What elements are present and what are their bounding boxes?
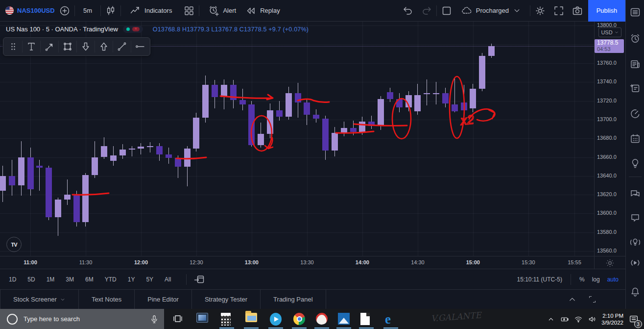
sidebar-notifications-bell-icon[interactable] <box>629 286 641 298</box>
taskbar-search[interactable]: Type here to search <box>0 309 164 329</box>
sidebar-text-notes-icon[interactable] <box>629 82 641 94</box>
tab-strategy-tester[interactable]: Strategy Tester <box>192 290 261 309</box>
candle <box>267 110 273 134</box>
time-axis[interactable]: 11:0011:3012:0012:3013:0013:3014:0014:30… <box>0 256 625 269</box>
taskbar-taskview-button[interactable] <box>167 309 189 329</box>
file-explorer-icon <box>245 313 257 325</box>
candle <box>73 195 80 222</box>
candle <box>313 115 319 119</box>
tray-clock[interactable]: 2:10 PM 3/9/2022 <box>601 312 623 326</box>
clock-utc[interactable]: 15:10:11 (UTC-5) <box>517 276 562 283</box>
divider <box>571 274 571 285</box>
taskbar-chrome-button[interactable] <box>288 309 310 329</box>
taskbar-calculator-button[interactable] <box>216 309 238 329</box>
auto-scale-toggle[interactable]: auto <box>607 276 619 283</box>
undo-icon[interactable] <box>402 5 414 17</box>
sidebar-streams-icon[interactable] <box>629 257 641 269</box>
indicators-button[interactable]: Indicators <box>125 2 176 19</box>
range-6m[interactable]: 6M <box>85 276 94 283</box>
sidebar-ideas-bulb-icon[interactable] <box>629 157 641 169</box>
grid-line <box>0 176 594 177</box>
log-scale-toggle[interactable]: log <box>592 276 600 283</box>
tool-text-tool[interactable] <box>23 38 40 55</box>
tab-text-notes[interactable]: Text Notes <box>79 290 135 309</box>
alert-button[interactable]: Alert <box>203 2 240 19</box>
symbol-button[interactable]: NAS100USD <box>14 2 59 19</box>
toolbar-drag-handle[interactable] <box>4 38 22 55</box>
maximize-panel-icon[interactable] <box>588 295 597 304</box>
floating-drawing-toolbar[interactable] <box>3 37 150 56</box>
percent-scale-toggle[interactable]: % <box>579 276 585 283</box>
layout-icon[interactable] <box>441 5 453 17</box>
sidebar-private-chat-icon[interactable] <box>629 212 641 224</box>
chart-pane[interactable]: x2 US Nas 100 · 5 · OANDA · TradingView … <box>0 22 625 256</box>
active-indicator <box>336 328 351 329</box>
taskbar-photos-button[interactable] <box>333 309 355 329</box>
range-3m[interactable]: 3M <box>66 276 74 283</box>
legend-title[interactable]: US Nas 100 · 5 · OANDA · TradingView <box>6 25 118 33</box>
compare-add-icon[interactable] <box>59 5 71 17</box>
symbol-name: NAS100USD <box>17 7 54 14</box>
range-1m[interactable]: 1M <box>47 276 55 283</box>
range-all[interactable]: All <box>165 276 171 283</box>
sidebar-menu-icon[interactable] <box>629 6 641 18</box>
settings-gear-icon[interactable] <box>534 5 546 17</box>
microphone-icon[interactable] <box>149 314 159 324</box>
tab-pine-editor[interactable]: Pine Editor <box>135 290 192 309</box>
taskbar-file-explorer-button[interactable] <box>240 309 262 329</box>
account-menu[interactable]: Procharged <box>456 2 526 19</box>
snapshot-camera-icon[interactable] <box>572 5 583 17</box>
sun-icon[interactable] <box>605 258 615 268</box>
tool-arrow-tool[interactable] <box>41 38 58 55</box>
tradingview-logo[interactable]: TV <box>6 237 22 252</box>
goto-date-icon[interactable] <box>193 274 205 285</box>
legend-status-pill[interactable]: ≈ <box>123 25 143 33</box>
tool-trendline-tool[interactable] <box>113 38 131 55</box>
sidebar-alarm-clock-icon[interactable] <box>629 33 641 45</box>
chart-plot[interactable]: x2 <box>0 22 594 256</box>
range-1y[interactable]: 1Y <box>128 276 135 283</box>
taskbar-monitor-button[interactable] <box>191 309 213 329</box>
redo-icon[interactable] <box>421 5 432 17</box>
currency-button[interactable]: USD <box>598 27 621 37</box>
tab-stock-screener[interactable]: Stock Screener <box>0 290 79 309</box>
volume-icon[interactable] <box>588 315 596 324</box>
sidebar-public-chats-icon[interactable] <box>629 188 641 200</box>
fullscreen-icon[interactable] <box>553 5 565 17</box>
active-indicator <box>292 328 307 329</box>
range-1d[interactable]: 1D <box>9 276 16 283</box>
tool-arrow-down-tool[interactable] <box>77 38 95 55</box>
sidebar-news-icon[interactable] <box>629 58 641 70</box>
sidebar-screener-icon[interactable] <box>629 108 641 120</box>
active-indicator <box>219 328 234 329</box>
wifi-icon[interactable] <box>574 315 583 324</box>
taskbar-edge-button[interactable]: e <box>380 309 402 329</box>
range-5y[interactable]: 5Y <box>146 276 153 283</box>
tool-arrow-up-tool[interactable] <box>95 38 113 55</box>
publish-button[interactable]: Publish <box>588 0 625 22</box>
price-scale[interactable]: USD 13778.5 04:53 13800.013760.013740.01… <box>594 22 625 256</box>
range-5d[interactable]: 5D <box>27 276 35 283</box>
indicator-templates-icon[interactable] <box>183 5 195 17</box>
range-ytd[interactable]: YTD <box>105 276 117 283</box>
interval-button[interactable]: 5m <box>79 2 96 19</box>
chart-area: x2 US Nas 100 · 5 · OANDA · TradingView … <box>0 22 625 309</box>
tab-trading-panel[interactable]: Trading Panel <box>261 290 326 309</box>
tray-chevron-icon[interactable] <box>547 315 555 324</box>
tool-rect-tool[interactable] <box>59 38 76 55</box>
battery-icon[interactable] <box>560 315 569 324</box>
time-tick-label: 13:30 <box>300 259 314 265</box>
rect-tool-icon <box>62 41 73 52</box>
active-indicator <box>268 328 283 329</box>
taskbar-telegram-button[interactable] <box>265 309 286 329</box>
time-tick-label: 12:30 <box>190 259 203 265</box>
time-axis-settings[interactable] <box>594 256 625 269</box>
collapse-panel-icon[interactable] <box>568 295 577 304</box>
chart-type-icon[interactable] <box>105 5 117 17</box>
sidebar-calendar-icon[interactable] <box>629 133 641 145</box>
tool-hline-tool[interactable] <box>131 38 149 55</box>
sidebar-live-ideas-icon[interactable] <box>629 236 641 248</box>
replay-button[interactable]: Replay <box>240 2 284 19</box>
taskbar-red-app-button[interactable] <box>311 309 333 329</box>
taskbar-notepad-button[interactable] <box>356 309 377 329</box>
